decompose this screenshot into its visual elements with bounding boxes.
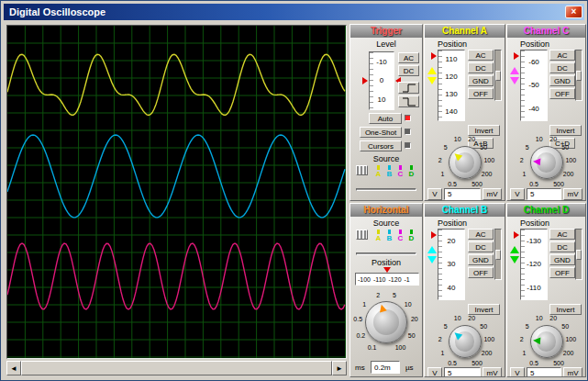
gnd-button[interactable]: GND (549, 75, 575, 86)
rising-edge-button[interactable] (398, 82, 419, 94)
volts-per-div-knob[interactable]: 0.5125102050100200500 (507, 313, 585, 370)
slider-thumb[interactable] (576, 71, 582, 81)
unit-volts-button[interactable]: V (427, 188, 442, 200)
scale-value-display: 5 (444, 188, 481, 200)
dc-coupling-button[interactable]: DC (468, 241, 494, 252)
falling-edge-button[interactable] (398, 95, 419, 107)
knob-dial[interactable] (449, 146, 482, 179)
unit-millivolts-button[interactable]: mV (563, 367, 582, 377)
unit-us-label[interactable]: µs (405, 364, 414, 372)
unit-volts-button[interactable]: V (510, 188, 525, 200)
scope-scrollbar[interactable]: ◄ ► (6, 361, 347, 375)
knob-dial[interactable] (530, 325, 563, 358)
knob-scale-label: 100 (565, 156, 576, 162)
auto-button[interactable]: Auto (369, 113, 402, 124)
source-channel-option[interactable]: C (396, 230, 405, 242)
unit-volts-button[interactable]: V (427, 367, 442, 377)
unit-volts-button[interactable]: V (510, 367, 525, 377)
ac-coupling-button[interactable]: AC (468, 50, 494, 61)
horizontal-source-selector[interactable]: ABCD (354, 230, 418, 257)
volts-per-div-knob[interactable]: 0.5125102050100200500 (425, 134, 505, 191)
dc-coupling-button[interactable]: DC (549, 62, 575, 73)
horizontal-position-display[interactable]: -100-110-120-1 (355, 273, 419, 286)
position-display[interactable]: -130-120-110 (520, 229, 548, 300)
title-bar[interactable]: Digital Oscilloscope × (4, 4, 584, 20)
source-channel-option[interactable]: D (407, 165, 416, 178)
gnd-button[interactable]: GND (468, 254, 494, 265)
unit-millivolts-button[interactable]: mV (483, 188, 502, 200)
arrow-up-icon[interactable] (510, 67, 519, 74)
position-arrows[interactable] (510, 246, 519, 263)
unit-millivolts-button[interactable]: mV (563, 188, 582, 200)
trigger-level-display[interactable]: -10010 (369, 51, 394, 110)
position-pointer-icon (431, 52, 437, 60)
knob-dial[interactable] (530, 146, 563, 179)
position-fine-slider[interactable] (494, 229, 502, 280)
source-channel-option[interactable]: A (374, 165, 383, 178)
arrow-down-icon[interactable] (427, 256, 437, 263)
position-display[interactable]: 203040 (438, 229, 465, 300)
source-channel-option[interactable]: B (385, 230, 394, 242)
cursors-button[interactable]: Cursors (360, 140, 402, 151)
strip-tick-label: -40 (521, 105, 547, 113)
timebase-knob[interactable]: 0.10.20.5125102050100 (350, 288, 422, 356)
one-shot-button[interactable]: One-Shot (360, 127, 402, 138)
dc-coupling-button[interactable]: DC (468, 62, 494, 73)
position-arrows[interactable] (427, 67, 437, 84)
trigger-dc-button[interactable]: DC (398, 65, 419, 76)
knob-scale-label: 200 (482, 171, 493, 177)
unit-ms-label[interactable]: ms (355, 364, 365, 372)
position-arrows[interactable] (427, 246, 437, 263)
gnd-button[interactable]: GND (468, 75, 494, 86)
arrow-down-icon[interactable] (427, 77, 437, 84)
scroll-right-button[interactable]: ► (332, 361, 347, 375)
strip-tick-label: -50 (521, 81, 547, 89)
slider-thumb[interactable] (495, 250, 501, 260)
slider-thumb[interactable] (576, 250, 582, 260)
source-channel-option[interactable]: D (407, 230, 416, 242)
volts-per-div-knob[interactable]: 0.5125102050100200500 (507, 134, 585, 191)
knob-scale-label: 2 (438, 335, 442, 342)
arrow-down-icon[interactable] (510, 77, 519, 84)
arrow-down-icon[interactable] (510, 256, 519, 263)
close-button[interactable]: × (565, 6, 582, 18)
ac-coupling-button[interactable]: AC (468, 229, 494, 240)
off-button[interactable]: OFF (468, 88, 494, 99)
trigger-ac-button[interactable]: AC (398, 52, 419, 63)
slider-thumb[interactable] (495, 71, 501, 81)
scale-value-display: 5 (527, 188, 561, 200)
position-display[interactable]: -60-50-40 (520, 50, 548, 121)
off-button[interactable]: OFF (468, 267, 494, 278)
source-channel-option[interactable]: B (385, 165, 394, 178)
arrow-up-icon[interactable] (427, 67, 437, 74)
knob-scale-label: 200 (563, 171, 574, 177)
dc-coupling-button[interactable]: DC (549, 241, 575, 252)
position-fine-slider[interactable] (575, 229, 582, 280)
scroll-left-button[interactable]: ◄ (6, 361, 21, 375)
source-channel-option[interactable]: C (396, 165, 405, 178)
arrow-up-icon[interactable] (427, 246, 437, 253)
position-fine-slider[interactable] (494, 50, 502, 101)
position-display[interactable]: 110120130140 (438, 50, 465, 121)
source-slider-track[interactable] (356, 188, 416, 191)
source-slider-thumb[interactable] (356, 230, 368, 240)
unit-millivolts-button[interactable]: mV (483, 367, 502, 377)
gnd-button[interactable]: GND (549, 254, 575, 265)
trigger-source-selector[interactable]: ABCD (354, 165, 418, 193)
scrollbar-thumb[interactable] (21, 361, 332, 375)
position-fine-slider[interactable] (575, 50, 582, 101)
off-button[interactable]: OFF (549, 88, 575, 99)
knob-dial[interactable] (449, 325, 482, 358)
ac-coupling-button[interactable]: AC (549, 229, 575, 240)
knob-dial[interactable] (365, 301, 407, 343)
ac-coupling-button[interactable]: AC (549, 50, 575, 61)
source-channel-option[interactable]: A (374, 230, 383, 242)
knob-scale-label: 1 (522, 350, 526, 356)
off-button[interactable]: OFF (549, 267, 575, 278)
source-slider-thumb[interactable] (356, 165, 368, 175)
channel-b-panel: Channel B Position 203040 AC DC GND OFF … (424, 203, 505, 377)
arrow-up-icon[interactable] (510, 246, 519, 253)
volts-per-div-knob[interactable]: 0.5125102050100200500 (425, 313, 505, 370)
source-slider-track[interactable] (356, 252, 416, 255)
position-arrows[interactable] (510, 67, 519, 84)
